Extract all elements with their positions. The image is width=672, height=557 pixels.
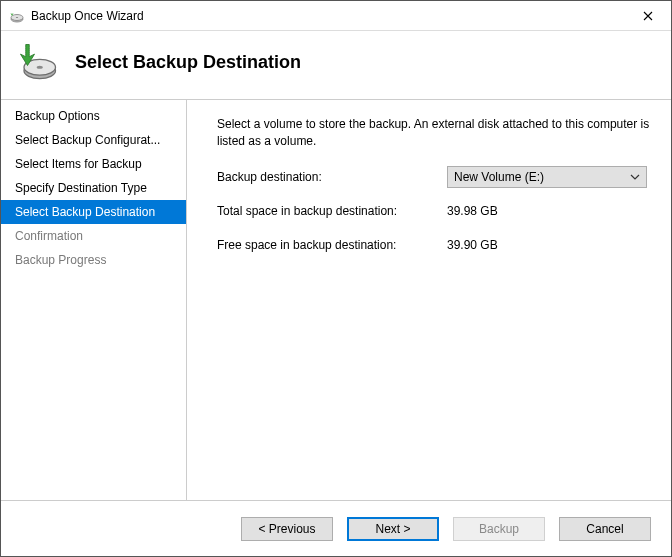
titlebar: Backup Once Wizard — [1, 1, 671, 31]
wizard-steps-sidebar: Backup Options Select Backup Configurat.… — [1, 99, 187, 500]
label-backup-destination: Backup destination: — [217, 170, 447, 184]
svg-point-2 — [16, 16, 18, 17]
page-header: Select Backup Destination — [1, 31, 671, 99]
next-button[interactable]: Next > — [347, 517, 439, 541]
content-split: Backup Options Select Backup Configurat.… — [1, 99, 671, 500]
value-total-space: 39.98 GB — [447, 204, 651, 218]
row-free-space: Free space in backup destination: 39.90 … — [217, 234, 651, 256]
step-select-items-for-backup[interactable]: Select Items for Backup — [1, 152, 186, 176]
svg-point-5 — [37, 66, 43, 69]
step-select-backup-configuration[interactable]: Select Backup Configurat... — [1, 128, 186, 152]
step-backup-progress: Backup Progress — [1, 248, 186, 272]
backup-destination-dropdown[interactable]: New Volume (E:) — [447, 166, 647, 188]
dialog-window: Backup Once Wizard Select Backup Destina… — [0, 0, 672, 557]
dropdown-selected-value: New Volume (E:) — [454, 170, 544, 184]
page-title: Select Backup Destination — [75, 52, 301, 73]
row-destination: Backup destination: New Volume (E:) — [217, 166, 651, 188]
step-specify-destination-type[interactable]: Specify Destination Type — [1, 176, 186, 200]
instruction-text: Select a volume to store the backup. An … — [217, 116, 651, 150]
app-icon — [9, 8, 25, 24]
label-free-space: Free space in backup destination: — [217, 238, 447, 252]
backup-disk-icon — [17, 41, 59, 83]
previous-button[interactable]: < Previous — [241, 517, 333, 541]
value-free-space: 39.90 GB — [447, 238, 651, 252]
cancel-button[interactable]: Cancel — [559, 517, 651, 541]
step-select-backup-destination[interactable]: Select Backup Destination — [1, 200, 186, 224]
wizard-page-body: Select a volume to store the backup. An … — [187, 99, 671, 500]
window-title: Backup Once Wizard — [31, 9, 625, 23]
close-button[interactable] — [625, 1, 671, 31]
step-confirmation: Confirmation — [1, 224, 186, 248]
wizard-footer: < Previous Next > Backup Cancel — [1, 500, 671, 556]
chevron-down-icon — [630, 171, 640, 182]
label-total-space: Total space in backup destination: — [217, 204, 447, 218]
backup-button: Backup — [453, 517, 545, 541]
step-backup-options[interactable]: Backup Options — [1, 104, 186, 128]
row-total-space: Total space in backup destination: 39.98… — [217, 200, 651, 222]
